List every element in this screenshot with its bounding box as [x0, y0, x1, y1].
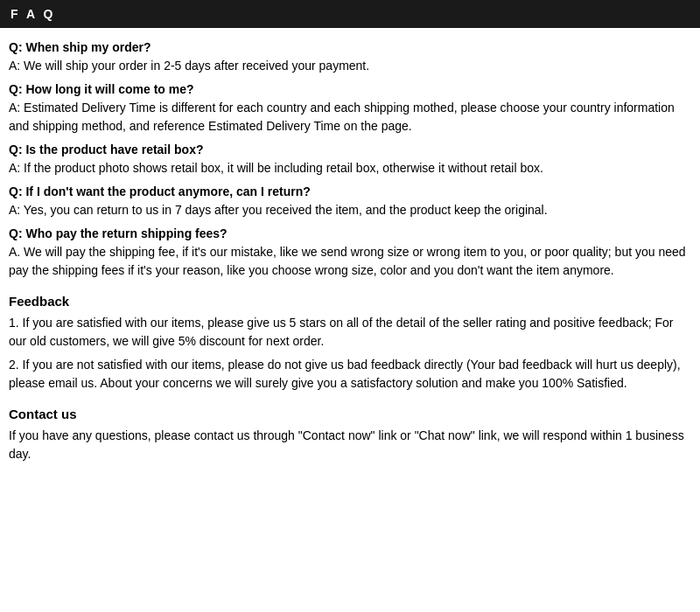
feedback-title: Feedback — [9, 294, 691, 309]
header-title: F A Q — [10, 7, 55, 21]
answer-1: A: We will ship your order in 2-5 days a… — [9, 57, 691, 75]
feedback-section: Feedback 1. If you are satisfied with ou… — [9, 294, 691, 393]
question-1: Q: When ship my order? — [9, 40, 691, 54]
qa-item-4: Q: If I don't want the product anymore, … — [9, 184, 691, 219]
question-5: Q: Who pay the return shipping fees? — [9, 226, 691, 240]
qa-item-3: Q: Is the product have retail box? A: If… — [9, 143, 691, 177]
faq-header: F A Q — [0, 0, 700, 28]
qa-item-1: Q: When ship my order? A: We will ship y… — [9, 40, 691, 75]
answer-2: A: Estimated Delivery Time is different … — [9, 99, 691, 136]
question-3: Q: Is the product have retail box? — [9, 143, 691, 156]
qa-item-5: Q: Who pay the return shipping fees? A. … — [9, 226, 691, 280]
question-2: Q: How long it will come to me? — [9, 82, 691, 96]
contact-text: If you have any questions, please contac… — [9, 427, 691, 463]
answer-3: A: If the product photo shows retail box… — [9, 159, 691, 177]
feedback-item-2: 2. If you are not satisfied with our ite… — [9, 356, 691, 393]
main-content: Q: When ship my order? A: We will ship y… — [0, 37, 700, 467]
feedback-item-1: 1. If you are satisfied with our items, … — [9, 314, 691, 351]
qa-item-2: Q: How long it will come to me? A: Estim… — [9, 82, 691, 136]
answer-5: A. We will pay the shipping fee, if it's… — [9, 243, 691, 280]
contact-section: Contact us If you have any questions, pl… — [9, 407, 691, 463]
faq-section: Q: When ship my order? A: We will ship y… — [9, 40, 691, 280]
contact-title: Contact us — [9, 407, 691, 421]
question-4: Q: If I don't want the product anymore, … — [9, 184, 691, 198]
answer-4: A: Yes, you can return to us in 7 days a… — [9, 201, 691, 219]
